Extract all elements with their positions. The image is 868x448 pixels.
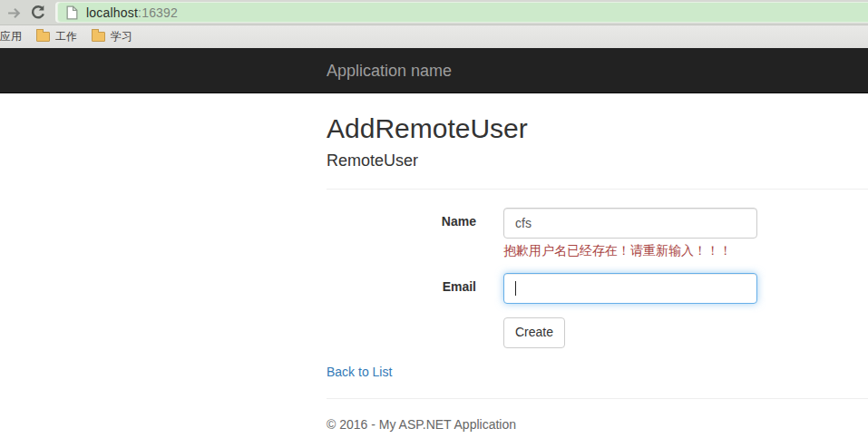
submit-row: Create: [327, 317, 868, 348]
main-container: AddRemoteUser RemoteUser Name 抱歉用户名已经存在！…: [313, 113, 868, 432]
back-to-list-link[interactable]: Back to List: [327, 365, 392, 379]
reload-icon[interactable]: [30, 5, 46, 21]
name-control: 抱歉用户名已经存在！请重新输入！！！: [503, 208, 757, 259]
url-port: :16392: [138, 5, 178, 20]
bookmark-work-label: 工作: [55, 29, 77, 44]
name-input[interactable]: [503, 208, 757, 239]
folder-icon: [92, 32, 105, 42]
page-icon: [66, 5, 78, 20]
forward-icon[interactable]: [5, 5, 22, 21]
bookmark-folder-study[interactable]: 学习: [88, 27, 136, 46]
page-footer: © 2016 - My ASP.NET Application: [327, 417, 868, 432]
page-title: AddRemoteUser: [327, 113, 868, 143]
email-input[interactable]: [503, 273, 757, 304]
email-control: [503, 273, 757, 304]
page-subtitle: RemoteUser: [327, 152, 868, 170]
name-validation-error: 抱歉用户名已经存在！请重新输入！！！: [503, 243, 757, 259]
name-field-group: Name 抱歉用户名已经存在！请重新输入！！！: [327, 208, 868, 259]
app-navbar: Application name: [0, 48, 868, 93]
email-field-group: Email: [327, 273, 868, 304]
bookmark-folder-work[interactable]: 工作: [33, 27, 81, 46]
url-text: localhost:16392: [86, 5, 178, 20]
bookmark-apps-label: 应用: [0, 29, 22, 44]
divider-footer: [327, 398, 868, 399]
email-label: Email: [327, 273, 490, 304]
add-remote-user-form: Name 抱歉用户名已经存在！请重新输入！！！ Email: [327, 208, 868, 348]
divider-top: [327, 189, 868, 190]
footer-copyright: © 2016 - My ASP.NET Application: [327, 417, 868, 432]
bookmark-study-label: 学习: [111, 29, 132, 44]
page-body: AddRemoteUser RemoteUser Name 抱歉用户名已经存在！…: [0, 94, 868, 448]
name-label: Name: [327, 208, 490, 259]
url-host: localhost: [86, 5, 138, 20]
browser-toolbar: localhost:16392: [0, 0, 868, 24]
bookmarks-bar: 应用 工作 学习: [0, 24, 868, 48]
text-caret: [515, 281, 516, 296]
folder-icon: [36, 32, 50, 42]
navbar-brand[interactable]: Application name: [327, 48, 452, 93]
bookmark-apps[interactable]: 应用: [0, 27, 25, 46]
create-button[interactable]: Create: [503, 317, 565, 348]
address-bar[interactable]: localhost:16392: [57, 2, 868, 23]
